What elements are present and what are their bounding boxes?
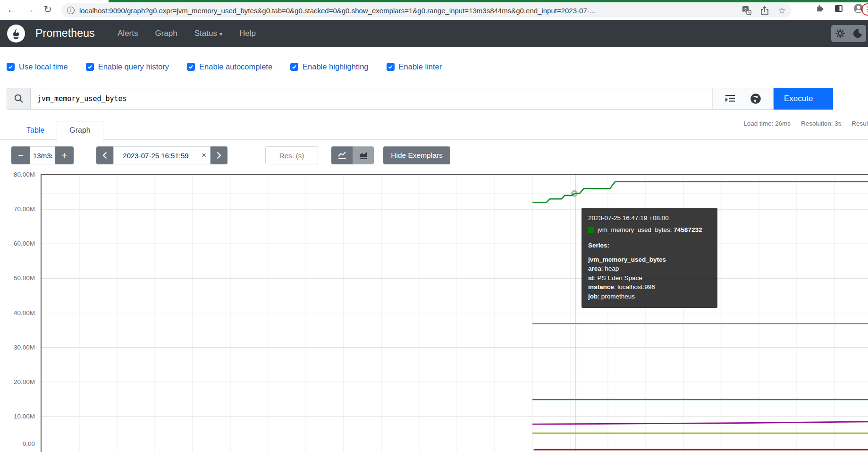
checkbox-label: Enable linter: [399, 62, 442, 71]
tooltip-metric-value: jvm_memory_used_bytes: 74587232: [598, 225, 702, 235]
tab-graph[interactable]: Graph: [57, 121, 103, 140]
checkbox-enable-linter[interactable]: Enable linter: [387, 62, 442, 71]
checkbox-checked-icon: [187, 63, 195, 71]
dark-theme-moon-icon[interactable]: [852, 28, 863, 39]
plot-area[interactable]: [41, 174, 868, 452]
graph-controls: − + × Hide Exemplars: [11, 146, 450, 164]
tooltip-label-instance: instance: localhost:996: [588, 282, 711, 292]
tab-table[interactable]: Table: [14, 121, 57, 139]
clear-time-icon[interactable]: ×: [198, 151, 210, 160]
checkbox-checked-icon: [387, 63, 395, 71]
tooltip-timestamp: 2023-07-25 16:47:19 +08:00: [588, 213, 711, 223]
brand-title[interactable]: Prometheus: [35, 27, 95, 40]
load-time-stat: Load time: 26ms: [743, 120, 791, 127]
expression-input-group: jvm_memory_used_bytes Execute: [7, 88, 868, 110]
search-icon: [7, 88, 30, 110]
translate-icon[interactable]: 文 A: [742, 6, 751, 15]
y-axis-tick-label: 10.00M: [2, 413, 35, 420]
checkbox-enable-autocomplete[interactable]: Enable autocomplete: [187, 62, 272, 71]
window-top-strip: [109, 0, 868, 2]
metrics-explorer-globe-icon[interactable]: [750, 93, 761, 104]
y-axis-labels: 80.00M70.00M60.00M50.00M40.00M30.00M20.0…: [0, 166, 38, 452]
y-axis-tick-label: 0.00: [2, 440, 35, 447]
hide-exemplars-button[interactable]: Hide Exemplars: [383, 146, 450, 164]
tooltip-value: 74587232: [674, 226, 702, 233]
resolution-input[interactable]: [265, 146, 318, 164]
y-axis-tick-label: 40.00M: [2, 309, 35, 316]
format-expression-icon[interactable]: [725, 94, 736, 104]
browser-refresh-button[interactable]: ↻: [41, 4, 55, 15]
chevron-down-icon: ▾: [219, 31, 222, 37]
hover-tooltip: 2023-07-25 16:47:19 +08:00 jvm_memory_us…: [581, 208, 717, 308]
sidebar-panel-icon[interactable]: [834, 4, 843, 13]
y-axis-tick-label: 70.00M: [2, 205, 35, 213]
query-options-row: Use local time Enable query history Enab…: [7, 62, 442, 71]
result-series-stat: Result ser: [851, 120, 868, 127]
checkbox-label: Enable query history: [98, 62, 169, 71]
svg-text:A: A: [748, 10, 750, 15]
time-forward-button[interactable]: [211, 146, 228, 164]
checkbox-label: Enable highlighting: [303, 62, 368, 71]
checkbox-label: Enable autocomplete: [199, 62, 272, 71]
time-picker-group: ×: [96, 146, 228, 164]
checkbox-enable-highlighting[interactable]: Enable highlighting: [290, 62, 368, 71]
range-increase-button[interactable]: +: [55, 146, 74, 164]
y-axis-tick-label: 50.00M: [2, 274, 35, 281]
execute-button[interactable]: Execute: [774, 88, 833, 110]
checkbox-checked-icon: [290, 63, 298, 71]
checkbox-label: Use local time: [19, 62, 68, 71]
expression-input-buttons: [712, 88, 774, 110]
line-graph-mode-button[interactable]: [331, 146, 353, 164]
tooltip-series-name: jvm_memory_used_bytes: [588, 255, 711, 264]
tooltip-label-area: area: heap: [588, 264, 711, 273]
nav-item-status[interactable]: Status▾: [194, 29, 222, 38]
page-info-icon[interactable]: i: [67, 7, 75, 14]
range-input[interactable]: [30, 146, 55, 164]
nav-item-alerts[interactable]: Alerts: [118, 29, 138, 38]
checkbox-enable-query-history[interactable]: Enable query history: [86, 62, 169, 71]
checkbox-checked-icon: [7, 63, 15, 71]
time-back-button[interactable]: [96, 146, 113, 164]
prometheus-navbar: Prometheus Alerts Graph Status▾ Help: [0, 20, 868, 47]
bookmark-star-icon[interactable]: ☆: [778, 5, 786, 16]
y-axis-tick-label: 20.00M: [2, 378, 35, 385]
y-axis-tick-label: 80.00M: [2, 171, 35, 178]
range-decrease-button[interactable]: −: [11, 146, 30, 164]
checkbox-use-local-time[interactable]: Use local time: [7, 62, 68, 71]
browser-forward-button[interactable]: →: [23, 4, 37, 15]
tooltip-series-heading: Series:: [588, 241, 711, 250]
address-bar[interactable]: i localhost:9090/graph?g0.expr=jvm_memor…: [61, 3, 792, 17]
range-stepper: − +: [11, 146, 74, 164]
nav-item-graph[interactable]: Graph: [155, 29, 177, 38]
stacked-graph-mode-button[interactable]: [353, 146, 374, 164]
nav-item-help[interactable]: Help: [239, 29, 256, 38]
prometheus-logo[interactable]: [7, 25, 25, 43]
browser-toolbar: ← → ↻ i localhost:9090/graph?g0.expr=jvm…: [0, 0, 868, 19]
share-icon[interactable]: [760, 6, 769, 15]
graph-display-mode-toggle: [331, 146, 374, 164]
extensions-puzzle-icon[interactable]: [815, 4, 825, 13]
query-stats: Load time: 26ms Resolution: 3s Result se…: [735, 120, 868, 127]
chart-svg: [42, 175, 868, 452]
settings-theme-group: [831, 25, 866, 42]
tooltip-label-job: job: prometheus: [588, 292, 711, 301]
checkbox-checked-icon: [86, 63, 94, 71]
nav-item-status-label: Status: [194, 29, 217, 38]
graph-chart: 80.00M70.00M60.00M50.00M40.00M30.00M20.0…: [0, 166, 868, 452]
tooltip-label-id: id: PS Eden Space: [588, 273, 711, 283]
tooltip-metric-name: jvm_memory_used_bytes:: [598, 226, 672, 233]
url-text[interactable]: localhost:9090/graph?g0.expr=jvm_memory_…: [79, 7, 736, 15]
expression-input[interactable]: jvm_memory_used_bytes: [30, 88, 712, 110]
end-time-input[interactable]: [114, 152, 198, 160]
y-axis-tick-label: 60.00M: [2, 240, 35, 247]
resolution-stat: Resolution: 3s: [801, 120, 842, 127]
gear-icon[interactable]: [835, 28, 845, 39]
y-axis-tick-label: 30.00M: [2, 344, 35, 351]
browser-back-button[interactable]: ←: [5, 4, 19, 15]
series-color-swatch: [588, 227, 594, 233]
